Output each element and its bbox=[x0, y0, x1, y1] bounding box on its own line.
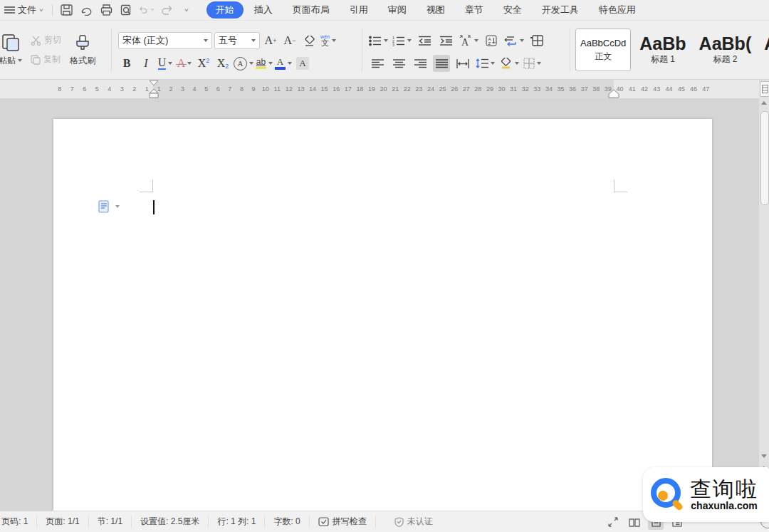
grow-font-button[interactable]: A+ bbox=[262, 32, 279, 49]
bullet-list-button[interactable] bbox=[369, 32, 388, 49]
strikethrough-button[interactable]: A bbox=[176, 55, 193, 72]
document-assistant-button[interactable] bbox=[98, 200, 120, 213]
certification-status[interactable]: 未认证 bbox=[386, 516, 441, 528]
fit-window-icon bbox=[608, 517, 618, 527]
char-shading-button[interactable]: A bbox=[294, 55, 311, 72]
bold-button[interactable]: B bbox=[118, 55, 135, 72]
tab-特色应用[interactable]: 特色应用 bbox=[590, 1, 645, 19]
highlight-color-button[interactable]: ab bbox=[256, 55, 273, 72]
shrink-font-button[interactable]: A− bbox=[281, 32, 298, 49]
chevron-down-icon bbox=[187, 62, 192, 65]
style-label: 标题 1 bbox=[651, 53, 675, 66]
tab-开发工具[interactable]: 开发工具 bbox=[533, 1, 588, 19]
hamburger-icon bbox=[4, 6, 15, 14]
status-item[interactable]: 字数: 0 bbox=[265, 516, 309, 528]
subscript-button[interactable]: X2 bbox=[214, 55, 231, 72]
horizontal-ruler[interactable]: 87654321 1234567891011121314151617181920… bbox=[0, 80, 759, 98]
sort-button[interactable]: AZ bbox=[483, 32, 500, 49]
ruler-middle: 1234567891011121314151617181920212223242… bbox=[153, 80, 614, 98]
right-indent-marker[interactable] bbox=[608, 89, 619, 98]
increase-indent-button[interactable] bbox=[437, 32, 454, 49]
font-color-bar bbox=[275, 67, 286, 70]
line-spacing-button[interactable] bbox=[476, 55, 495, 72]
decrease-indent-button[interactable] bbox=[416, 32, 433, 49]
font-name-select[interactable]: 宋体 (正文) bbox=[118, 32, 212, 49]
text-effects-button[interactable]: A bbox=[234, 55, 253, 72]
pinyin-guide-button[interactable]: wén 文 bbox=[320, 32, 337, 49]
formatting-marks-button[interactable] bbox=[504, 32, 524, 49]
style-标题[interactable]: AaBl标题 bbox=[760, 29, 769, 71]
tab-安全[interactable]: 安全 bbox=[494, 1, 531, 19]
distribute-button[interactable] bbox=[454, 55, 471, 72]
vertical-scrollbar[interactable] bbox=[759, 80, 769, 511]
status-item[interactable]: 节: 1/1 bbox=[89, 516, 132, 528]
ruler-number: 31 bbox=[508, 85, 520, 93]
ruler-number: 34 bbox=[543, 85, 555, 93]
paste-button[interactable]: 粘贴 bbox=[0, 21, 25, 79]
chevron-down-icon bbox=[288, 62, 292, 65]
shading-button[interactable] bbox=[499, 55, 519, 72]
chevron-down-icon bbox=[407, 39, 412, 42]
two-page-view-button[interactable] bbox=[627, 514, 642, 530]
ruler-number: 47 bbox=[700, 85, 712, 93]
paragraph-layout-button[interactable] bbox=[528, 32, 545, 49]
shield-icon bbox=[394, 517, 404, 527]
justify-button[interactable] bbox=[433, 55, 450, 72]
status-item[interactable]: 页面: 1/1 bbox=[37, 516, 88, 528]
underline-button[interactable]: U bbox=[157, 55, 174, 72]
subscript-mark: 2 bbox=[225, 63, 229, 70]
font-color-button[interactable]: A bbox=[275, 55, 292, 72]
print-button[interactable] bbox=[99, 3, 115, 17]
ruler-number: 4 bbox=[189, 85, 201, 93]
redo-button[interactable] bbox=[159, 3, 174, 17]
svg-text:3: 3 bbox=[392, 43, 394, 46]
style-正文[interactable]: AaBbCcDd正文 bbox=[575, 28, 631, 71]
status-item[interactable]: 设置值: 2.5厘米 bbox=[132, 516, 209, 528]
save-button[interactable] bbox=[59, 3, 75, 17]
tab-开始[interactable]: 开始 bbox=[206, 1, 244, 19]
tab-章节[interactable]: 章节 bbox=[456, 1, 493, 19]
superscript-mark: 2 bbox=[206, 57, 209, 64]
tab-视图[interactable]: 视图 bbox=[417, 1, 454, 19]
status-item[interactable]: 页码: 1 bbox=[0, 516, 37, 528]
print-preview-button[interactable] bbox=[119, 3, 135, 17]
scroll-down-button[interactable] bbox=[759, 452, 769, 460]
scroll-up-button[interactable] bbox=[759, 98, 769, 107]
align-left-button[interactable] bbox=[369, 55, 386, 72]
chevron-down-icon bbox=[520, 39, 524, 42]
scrollbar-thumb[interactable] bbox=[760, 111, 769, 205]
export-pdf-button[interactable] bbox=[79, 3, 95, 17]
tab-审阅[interactable]: 审阅 bbox=[379, 1, 416, 19]
ruler-toggle-button[interactable] bbox=[760, 81, 769, 97]
fit-window-button[interactable] bbox=[605, 514, 621, 530]
indent-markers[interactable] bbox=[147, 80, 161, 98]
clear-format-button[interactable] bbox=[300, 32, 318, 49]
tab-页面布局[interactable]: 页面布局 bbox=[283, 1, 339, 19]
tab-插入[interactable]: 插入 bbox=[245, 1, 282, 19]
ruler-number: 22 bbox=[401, 85, 413, 93]
align-center-button[interactable] bbox=[390, 55, 407, 72]
italic-button[interactable]: I bbox=[137, 55, 155, 72]
quick-toolbar-options-button[interactable]: ˅ bbox=[179, 3, 194, 17]
borders-button[interactable] bbox=[523, 55, 541, 72]
text-tool-button[interactable]: A bbox=[459, 32, 478, 49]
numbered-list-button[interactable]: 123 bbox=[392, 32, 412, 49]
superscript-button[interactable]: X2 bbox=[195, 55, 212, 72]
spell-check-button[interactable]: 拼写检查 bbox=[310, 516, 376, 528]
status-item[interactable]: 行: 1 列: 1 bbox=[209, 516, 265, 528]
align-right-button[interactable] bbox=[412, 55, 429, 72]
font-size-select[interactable]: 五号 bbox=[214, 32, 260, 49]
style-标题 2[interactable]: AaBb(标题 2 bbox=[695, 29, 756, 71]
style-标题 1[interactable]: AaBb标题 1 bbox=[635, 29, 690, 71]
menu-tabs: 开始插入页面布局引用审阅视图章节安全开发工具特色应用 bbox=[206, 1, 645, 19]
format-painter-button[interactable]: 格式刷 bbox=[67, 21, 98, 79]
ruler-number: 10 bbox=[259, 85, 271, 93]
document-area bbox=[0, 98, 759, 511]
cut-button[interactable]: 剪切 bbox=[31, 34, 61, 46]
undo-button[interactable] bbox=[139, 3, 155, 17]
copy-button[interactable]: 复制 bbox=[31, 53, 61, 66]
main-menu-button[interactable]: 文件 ˅ bbox=[0, 4, 48, 16]
tab-引用[interactable]: 引用 bbox=[340, 1, 377, 19]
style-gallery: AaBbCcDd正文AaBb标题 1AaBb(标题 2AaBl标题 bbox=[575, 21, 769, 79]
document-page[interactable] bbox=[53, 119, 712, 511]
